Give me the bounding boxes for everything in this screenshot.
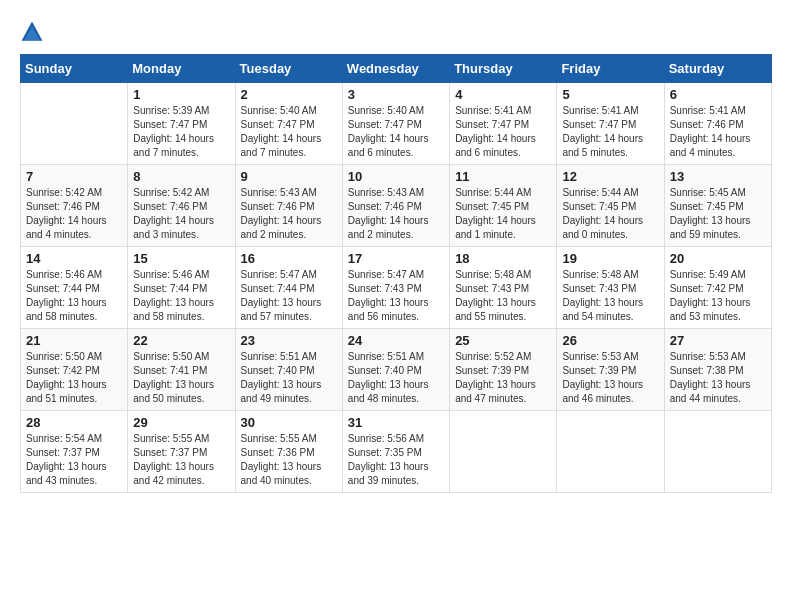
day-cell: 12Sunrise: 5:44 AM Sunset: 7:45 PM Dayli…: [557, 165, 664, 247]
day-info: Sunrise: 5:54 AM Sunset: 7:37 PM Dayligh…: [26, 432, 122, 488]
day-info: Sunrise: 5:40 AM Sunset: 7:47 PM Dayligh…: [241, 104, 337, 160]
day-number: 21: [26, 333, 122, 348]
header-cell-saturday: Saturday: [664, 55, 771, 83]
header-row: SundayMondayTuesdayWednesdayThursdayFrid…: [21, 55, 772, 83]
day-info: Sunrise: 5:42 AM Sunset: 7:46 PM Dayligh…: [133, 186, 229, 242]
day-cell: 16Sunrise: 5:47 AM Sunset: 7:44 PM Dayli…: [235, 247, 342, 329]
day-info: Sunrise: 5:48 AM Sunset: 7:43 PM Dayligh…: [562, 268, 658, 324]
day-number: 10: [348, 169, 444, 184]
day-number: 6: [670, 87, 766, 102]
day-info: Sunrise: 5:44 AM Sunset: 7:45 PM Dayligh…: [562, 186, 658, 242]
day-cell: 23Sunrise: 5:51 AM Sunset: 7:40 PM Dayli…: [235, 329, 342, 411]
day-number: 20: [670, 251, 766, 266]
day-number: 14: [26, 251, 122, 266]
day-number: 8: [133, 169, 229, 184]
day-info: Sunrise: 5:39 AM Sunset: 7:47 PM Dayligh…: [133, 104, 229, 160]
day-cell: 14Sunrise: 5:46 AM Sunset: 7:44 PM Dayli…: [21, 247, 128, 329]
day-cell: 17Sunrise: 5:47 AM Sunset: 7:43 PM Dayli…: [342, 247, 449, 329]
calendar-body: 1Sunrise: 5:39 AM Sunset: 7:47 PM Daylig…: [21, 83, 772, 493]
day-cell: 6Sunrise: 5:41 AM Sunset: 7:46 PM Daylig…: [664, 83, 771, 165]
day-cell: 25Sunrise: 5:52 AM Sunset: 7:39 PM Dayli…: [450, 329, 557, 411]
day-cell: 5Sunrise: 5:41 AM Sunset: 7:47 PM Daylig…: [557, 83, 664, 165]
day-info: Sunrise: 5:50 AM Sunset: 7:41 PM Dayligh…: [133, 350, 229, 406]
day-cell: 26Sunrise: 5:53 AM Sunset: 7:39 PM Dayli…: [557, 329, 664, 411]
day-cell: 20Sunrise: 5:49 AM Sunset: 7:42 PM Dayli…: [664, 247, 771, 329]
day-number: 29: [133, 415, 229, 430]
day-info: Sunrise: 5:42 AM Sunset: 7:46 PM Dayligh…: [26, 186, 122, 242]
day-cell: [557, 411, 664, 493]
day-info: Sunrise: 5:48 AM Sunset: 7:43 PM Dayligh…: [455, 268, 551, 324]
day-info: Sunrise: 5:41 AM Sunset: 7:47 PM Dayligh…: [455, 104, 551, 160]
day-cell: 21Sunrise: 5:50 AM Sunset: 7:42 PM Dayli…: [21, 329, 128, 411]
header-cell-sunday: Sunday: [21, 55, 128, 83]
day-cell: 19Sunrise: 5:48 AM Sunset: 7:43 PM Dayli…: [557, 247, 664, 329]
day-cell: 15Sunrise: 5:46 AM Sunset: 7:44 PM Dayli…: [128, 247, 235, 329]
day-number: 1: [133, 87, 229, 102]
day-info: Sunrise: 5:41 AM Sunset: 7:47 PM Dayligh…: [562, 104, 658, 160]
day-number: 26: [562, 333, 658, 348]
day-number: 18: [455, 251, 551, 266]
day-info: Sunrise: 5:55 AM Sunset: 7:36 PM Dayligh…: [241, 432, 337, 488]
day-number: 25: [455, 333, 551, 348]
day-info: Sunrise: 5:51 AM Sunset: 7:40 PM Dayligh…: [348, 350, 444, 406]
logo-icon: [20, 20, 44, 44]
day-number: 16: [241, 251, 337, 266]
day-cell: 22Sunrise: 5:50 AM Sunset: 7:41 PM Dayli…: [128, 329, 235, 411]
day-cell: 1Sunrise: 5:39 AM Sunset: 7:47 PM Daylig…: [128, 83, 235, 165]
day-cell: 11Sunrise: 5:44 AM Sunset: 7:45 PM Dayli…: [450, 165, 557, 247]
day-cell: 8Sunrise: 5:42 AM Sunset: 7:46 PM Daylig…: [128, 165, 235, 247]
day-cell: 13Sunrise: 5:45 AM Sunset: 7:45 PM Dayli…: [664, 165, 771, 247]
day-info: Sunrise: 5:52 AM Sunset: 7:39 PM Dayligh…: [455, 350, 551, 406]
day-cell: 24Sunrise: 5:51 AM Sunset: 7:40 PM Dayli…: [342, 329, 449, 411]
day-number: 2: [241, 87, 337, 102]
day-cell: 2Sunrise: 5:40 AM Sunset: 7:47 PM Daylig…: [235, 83, 342, 165]
day-number: 5: [562, 87, 658, 102]
day-info: Sunrise: 5:51 AM Sunset: 7:40 PM Dayligh…: [241, 350, 337, 406]
day-info: Sunrise: 5:44 AM Sunset: 7:45 PM Dayligh…: [455, 186, 551, 242]
header-cell-friday: Friday: [557, 55, 664, 83]
day-cell: 28Sunrise: 5:54 AM Sunset: 7:37 PM Dayli…: [21, 411, 128, 493]
day-cell: 27Sunrise: 5:53 AM Sunset: 7:38 PM Dayli…: [664, 329, 771, 411]
day-number: 17: [348, 251, 444, 266]
day-info: Sunrise: 5:56 AM Sunset: 7:35 PM Dayligh…: [348, 432, 444, 488]
day-number: 28: [26, 415, 122, 430]
day-number: 7: [26, 169, 122, 184]
day-info: Sunrise: 5:47 AM Sunset: 7:44 PM Dayligh…: [241, 268, 337, 324]
day-info: Sunrise: 5:55 AM Sunset: 7:37 PM Dayligh…: [133, 432, 229, 488]
day-cell: [450, 411, 557, 493]
day-number: 19: [562, 251, 658, 266]
week-row-2: 7Sunrise: 5:42 AM Sunset: 7:46 PM Daylig…: [21, 165, 772, 247]
logo: [20, 20, 48, 44]
day-cell: 7Sunrise: 5:42 AM Sunset: 7:46 PM Daylig…: [21, 165, 128, 247]
day-cell: 10Sunrise: 5:43 AM Sunset: 7:46 PM Dayli…: [342, 165, 449, 247]
week-row-3: 14Sunrise: 5:46 AM Sunset: 7:44 PM Dayli…: [21, 247, 772, 329]
day-info: Sunrise: 5:53 AM Sunset: 7:39 PM Dayligh…: [562, 350, 658, 406]
header-cell-monday: Monday: [128, 55, 235, 83]
day-number: 22: [133, 333, 229, 348]
day-number: 24: [348, 333, 444, 348]
day-cell: [21, 83, 128, 165]
day-info: Sunrise: 5:50 AM Sunset: 7:42 PM Dayligh…: [26, 350, 122, 406]
calendar-table: SundayMondayTuesdayWednesdayThursdayFrid…: [20, 54, 772, 493]
day-cell: 9Sunrise: 5:43 AM Sunset: 7:46 PM Daylig…: [235, 165, 342, 247]
week-row-1: 1Sunrise: 5:39 AM Sunset: 7:47 PM Daylig…: [21, 83, 772, 165]
day-cell: [664, 411, 771, 493]
week-row-4: 21Sunrise: 5:50 AM Sunset: 7:42 PM Dayli…: [21, 329, 772, 411]
day-cell: 4Sunrise: 5:41 AM Sunset: 7:47 PM Daylig…: [450, 83, 557, 165]
day-info: Sunrise: 5:53 AM Sunset: 7:38 PM Dayligh…: [670, 350, 766, 406]
day-info: Sunrise: 5:47 AM Sunset: 7:43 PM Dayligh…: [348, 268, 444, 324]
day-info: Sunrise: 5:43 AM Sunset: 7:46 PM Dayligh…: [348, 186, 444, 242]
day-info: Sunrise: 5:46 AM Sunset: 7:44 PM Dayligh…: [133, 268, 229, 324]
day-number: 23: [241, 333, 337, 348]
day-number: 31: [348, 415, 444, 430]
day-number: 15: [133, 251, 229, 266]
day-info: Sunrise: 5:41 AM Sunset: 7:46 PM Dayligh…: [670, 104, 766, 160]
day-number: 12: [562, 169, 658, 184]
day-info: Sunrise: 5:49 AM Sunset: 7:42 PM Dayligh…: [670, 268, 766, 324]
day-info: Sunrise: 5:40 AM Sunset: 7:47 PM Dayligh…: [348, 104, 444, 160]
header-cell-thursday: Thursday: [450, 55, 557, 83]
day-number: 30: [241, 415, 337, 430]
day-number: 11: [455, 169, 551, 184]
day-number: 3: [348, 87, 444, 102]
day-cell: 3Sunrise: 5:40 AM Sunset: 7:47 PM Daylig…: [342, 83, 449, 165]
